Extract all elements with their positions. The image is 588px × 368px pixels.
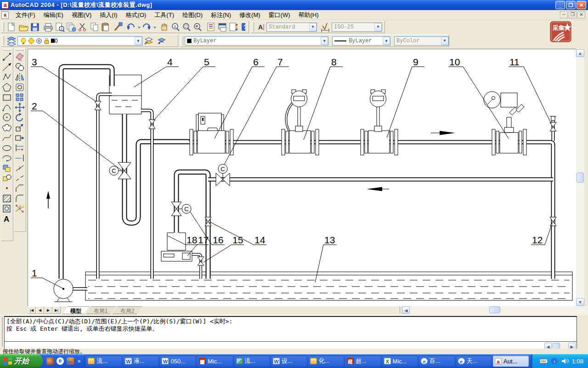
menu-draw[interactable]: 绘图(D) [178,10,207,21]
image-file-icon [236,358,243,364]
offset-icon [16,84,23,91]
toolbar-grip[interactable] [3,36,4,45]
menu-insert[interactable]: 插入(I) [96,10,121,21]
dropdown-arrow-icon[interactable]: ▼ [374,23,382,31]
taskbar-button[interactable]: 流... [86,356,122,367]
taskbar-button[interactable]: e天... [456,356,492,367]
dropdown-arrow-icon[interactable]: ▼ [309,23,317,31]
hscroll-grip[interactable] [399,306,400,313]
draw-toolbar[interactable]: A [1,48,13,241]
text-style-icon[interactable]: A [255,21,266,33]
modify-toolbar-icons[interactable] [14,52,26,228]
storage-tank [85,272,572,300]
tab-layout2[interactable]: 布局2 [113,306,142,314]
layer-combo[interactable]: 0 ▼ [17,36,142,46]
command-line-1: [全部(A)/中心点(C)/动态(D)/范围(E)/上一个(P)/比例(S)/窗… [6,318,575,325]
layer-previous-icon[interactable] [155,35,168,47]
tab-layout1[interactable]: 布局1 [86,306,116,314]
taskbar-button[interactable]: 流... [234,356,270,367]
taskbar-button[interactable]: XMic... [382,356,418,367]
tab-next-button[interactable]: ▶ [44,306,52,314]
dropdown-arrow-icon[interactable]: ▼ [441,37,448,45]
standard-toolbar-icons[interactable]: ope ± ? [6,21,245,33]
dropdown-arrow-icon[interactable]: ▼ [383,37,390,45]
stretch-icon [16,136,24,140]
flow-arrow-left [367,187,389,191]
clock[interactable]: 1:08 [572,358,583,365]
dim-style-icon[interactable] [320,21,332,33]
language-bar-icon[interactable]: ‹ [551,357,558,365]
menu-help[interactable]: 帮助(H) [294,10,323,21]
taskbar-button[interactable]: e百... [419,356,455,367]
toolbar-grip[interactable] [182,36,183,45]
text-style-combo[interactable]: Standard▼ [266,23,317,32]
menu-edit[interactable]: 编辑(E) [40,10,68,21]
styles-toolbar: A Standard▼ ISO-25▼ [251,21,385,33]
drawing-file-icon[interactable]: a [1,12,9,19]
taskbar-button[interactable]: 化... [308,356,344,367]
multiline-text-icon: A [4,215,9,224]
start-button[interactable]: 开始 [0,354,43,368]
command-window-grip[interactable] [1,317,3,346]
mdi-restore-button[interactable]: ❐ [569,12,577,18]
taskbar-button[interactable]: ▦Mic... [197,356,233,367]
tab-model[interactable]: 模型 [62,306,89,314]
close-button[interactable]: ✕ [577,1,586,9]
make-layer-current-icon[interactable] [142,35,155,47]
color-combo[interactable]: ByLayer ▼ [185,36,328,46]
menu-format[interactable]: 格式(O) [122,10,151,21]
menu-file[interactable]: 文件(F) [11,10,40,21]
quick-launch-chevron[interactable]: » [78,358,81,364]
menu-view[interactable]: 视图(V) [68,10,96,21]
vscroll-thumb[interactable] [577,172,584,183]
menu-modify[interactable]: 修改(M) [235,10,265,21]
dropdown-arrow-icon[interactable]: ▼ [321,37,328,45]
menu-dimension[interactable]: 标注(N) [207,10,235,21]
trim-icon [16,144,23,151]
drawing-canvas[interactable]: .po{fill:none;stroke:#000}.pi{fill:none;… [28,49,576,306]
mdi-minimize-button[interactable]: ─ [560,12,568,18]
plotstyle-combo[interactable]: ByColor ▼ [394,36,449,46]
modify-toolbar[interactable] [14,48,26,232]
toolbar-grip[interactable] [3,23,4,31]
toolbar-grip[interactable] [3,49,11,51]
tab-first-button[interactable]: |◀ [28,306,36,314]
command-history[interactable]: [全部(A)/中心点(C)/动态(D)/范围(E)/上一个(P)/比例(S)/窗… [4,316,577,342]
taskbar-button[interactable]: 超超... [345,356,381,367]
layers-icon[interactable] [6,35,17,47]
menu-window[interactable]: 窗口(W) [265,10,294,21]
minimize-button[interactable]: _ [555,1,565,9]
tab-last-button[interactable]: ▶| [52,306,61,314]
dropdown-arrow-icon[interactable]: ▼ [135,37,142,45]
keyboard-icon[interactable] [540,358,548,364]
volume-icon[interactable] [561,358,569,364]
flowmeter-8 [282,90,319,155]
caiji-plugin-logo[interactable]: 采集 [550,21,571,42]
scroll-down-button[interactable]: ▼ [576,298,584,306]
draw-toolbar-icons[interactable]: A [1,52,13,237]
mdi-close-button[interactable]: ✕ [577,12,585,18]
standard-toolbar-row: ope ± ? A Standard▼ [0,20,588,34]
taskbar-button[interactable]: W050... [160,356,196,367]
dim-style-combo[interactable]: ISO-25▼ [332,23,382,32]
taskbar-button[interactable]: W设... [271,356,307,367]
media-player-icon[interactable] [67,357,74,365]
taskbar-button-active[interactable]: aAut... [493,356,529,367]
break-at-point-icon [16,166,23,171]
autocad-app-icon[interactable]: a [1,1,9,9]
cmd-hscroll-thumb[interactable] [553,343,560,349]
layers-toolbar: 0 ▼ [1,34,178,47]
toolbar-grip[interactable] [253,23,254,31]
linetype-combo[interactable]: ByLayer ▼ [332,36,390,46]
scroll-left-button[interactable]: ◀ [402,306,410,314]
restore-button[interactable]: ❐ [566,1,576,9]
menu-tools[interactable]: 工具(T) [150,10,178,21]
ie-icon[interactable]: e [57,357,64,365]
taskbar-button[interactable]: W液... [123,356,159,367]
scroll-up-button[interactable]: ▲ [576,49,584,57]
tab-prev-button[interactable]: ◀ [36,306,44,314]
toolbar-grip[interactable] [16,49,24,51]
app-icon[interactable] [46,357,54,365]
properties-palette-icon [208,23,214,31]
hscroll-thumb[interactable] [489,306,500,313]
